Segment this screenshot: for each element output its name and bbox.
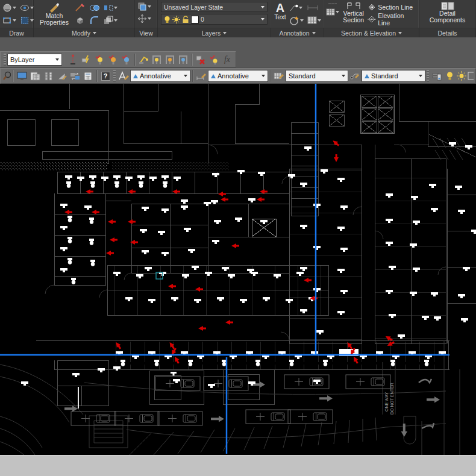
details-panel-label[interactable]: Details	[419, 28, 475, 37]
crane-lamp-tool-button[interactable]	[137, 53, 150, 66]
region-icon	[20, 16, 30, 25]
quick-calc-button[interactable]	[81, 69, 95, 83]
ribbon-gap-band	[0, 37, 476, 51]
view-navigate-button[interactable]	[137, 13, 152, 24]
elevation-line-button[interactable]: Elevation Line	[368, 13, 417, 25]
toolbar-grip[interactable]	[4, 54, 6, 66]
dim-style-dropdown[interactable]: Annotative	[208, 70, 268, 82]
reference-edit-button[interactable]	[68, 69, 81, 83]
detail-components-button[interactable]: Detail Components	[424, 1, 471, 24]
annotative-icon	[365, 74, 369, 78]
section-line-button[interactable]: Section Line	[368, 1, 417, 13]
lamp-check-tool-1-button[interactable]	[93, 53, 106, 66]
bracket-lamp-1-button[interactable]	[150, 53, 163, 66]
mleader-style-dropdown[interactable]: Standard	[362, 70, 425, 82]
text-style-dropdown[interactable]: Annotative	[130, 70, 190, 82]
modify-panel-label[interactable]: Modify	[34, 28, 134, 37]
expression-tool-button[interactable]: fx	[221, 53, 234, 66]
layer-state-dropdown[interactable]: Unsaved Layer State	[161, 2, 268, 12]
drafting-triangle-icon	[57, 72, 67, 81]
styles-toolbar: ? Annotative Annotative Standard	[0, 68, 476, 84]
section-panel-label[interactable]: Section & Elevation	[324, 28, 419, 37]
table-style-dropdown[interactable]: Standard	[286, 70, 348, 82]
mleader-style-icon	[349, 71, 360, 81]
circle-tag-icon	[289, 16, 299, 25]
toolbar-grip[interactable]	[427, 70, 429, 82]
table-style-icon	[274, 71, 284, 81]
ribbon-panel-modify: Match Properties Modify	[34, 0, 135, 37]
view-styles-button[interactable]	[137, 1, 152, 12]
toolbar-separator	[270, 70, 271, 82]
lamp-delete-icon	[196, 55, 205, 64]
table-style-manager-button[interactable]	[272, 69, 286, 83]
sun-status-button[interactable]	[456, 69, 468, 83]
object-color-dropdown-arrow-icon	[55, 58, 59, 61]
lamp-check-tool-3-button[interactable]	[119, 53, 133, 66]
layer-on-bulb-icon	[164, 16, 171, 23]
ellipse-icon	[20, 3, 30, 13]
pan-arrows-icon	[137, 14, 147, 23]
match-properties-button[interactable]: Match Properties	[36, 1, 73, 27]
rectangle-icon	[2, 16, 12, 25]
view-panel-label[interactable]: View	[135, 28, 157, 37]
bracket-lamp-3-button[interactable]	[177, 53, 190, 66]
mirror-tool-button[interactable]	[103, 2, 118, 13]
vertical-section-button[interactable]: Vertical Section	[340, 1, 366, 24]
clipped-edge-tool-button[interactable]	[468, 69, 474, 83]
tag-tool-button[interactable]	[289, 15, 304, 26]
layer-dropdown[interactable]: 0	[161, 14, 268, 25]
tool-palettes-button[interactable]	[430, 69, 443, 83]
dimension-tool-button[interactable]	[307, 4, 322, 11]
modify-panel-expand-icon	[93, 32, 96, 34]
mleader-style-value: Standard	[371, 72, 417, 80]
toolbar-separator	[134, 54, 135, 66]
command-panel-area[interactable]	[0, 455, 476, 476]
lamp-verify-tool-button[interactable]	[207, 53, 221, 66]
bracket-lamp-2-button[interactable]	[163, 53, 177, 66]
lights-on-button[interactable]	[443, 69, 456, 83]
details-panel-label-text: Details	[437, 30, 457, 37]
landscape-hatch-band	[0, 162, 107, 171]
mleader-style-manager-button[interactable]	[348, 69, 362, 83]
ribbon-panel-annotation: A Text Annotation	[271, 0, 324, 37]
match-properties-label: Match Properties	[37, 13, 72, 26]
text-tool-button[interactable]: A Text	[273, 1, 287, 21]
road-text-do-not-enter: DO NOT ENTER	[390, 383, 394, 415]
floor-plan-drawing: ONE WAY DO NOT ENTER	[0, 84, 476, 455]
column-grid-icon	[44, 72, 53, 81]
erase-tool-button[interactable]	[74, 2, 86, 13]
copy-tool-button[interactable]	[89, 2, 101, 13]
toolbar-grip[interactable]	[113, 70, 116, 82]
dim-style-manager-button[interactable]	[195, 69, 208, 83]
render-window-button[interactable]	[15, 69, 28, 83]
draw-panel-label[interactable]: Draw	[0, 28, 33, 37]
explode-tool-button[interactable]	[74, 15, 86, 26]
drawing-canvas[interactable]: ONE WAY DO NOT ENTER	[0, 84, 476, 455]
autocad-window: Draw Match Properties Modify	[0, 0, 476, 476]
clipped-icon	[468, 72, 474, 80]
lamp-check-tool-2-button[interactable]	[106, 53, 119, 66]
schedule-table-button[interactable]	[325, 8, 340, 16]
leader-tool-button[interactable]	[289, 3, 304, 13]
object-color-dropdown[interactable]: ByLayer	[7, 54, 62, 66]
help-button[interactable]: ?	[99, 69, 112, 83]
leader-icon	[289, 4, 298, 12]
region-tool-button[interactable]	[19, 15, 34, 26]
annotation-panel-label[interactable]: Annotation	[271, 28, 324, 37]
rectangle-tool-button[interactable]	[2, 15, 17, 26]
text-style-manager-button[interactable]	[117, 69, 130, 83]
lamp-power-tool-button[interactable]	[80, 53, 93, 66]
hatch-tool-button[interactable]	[2, 2, 17, 13]
light-pole-tool-button[interactable]	[66, 53, 80, 66]
sheet-set-button[interactable]	[28, 69, 42, 83]
table-tool-button[interactable]	[307, 16, 322, 25]
drafting-tools-button[interactable]	[55, 69, 68, 83]
lamp-delete-tool-button[interactable]	[194, 53, 207, 66]
layers-panel-label[interactable]: Layers	[158, 28, 271, 37]
column-grid-button[interactable]	[42, 69, 55, 83]
fillet-tool-button[interactable]	[89, 15, 101, 26]
crane-lamp-icon	[139, 54, 149, 64]
revision-cloud-button[interactable]	[19, 2, 34, 13]
zoom-tool-button[interactable]	[2, 69, 11, 83]
array-tool-button[interactable]	[103, 15, 118, 26]
